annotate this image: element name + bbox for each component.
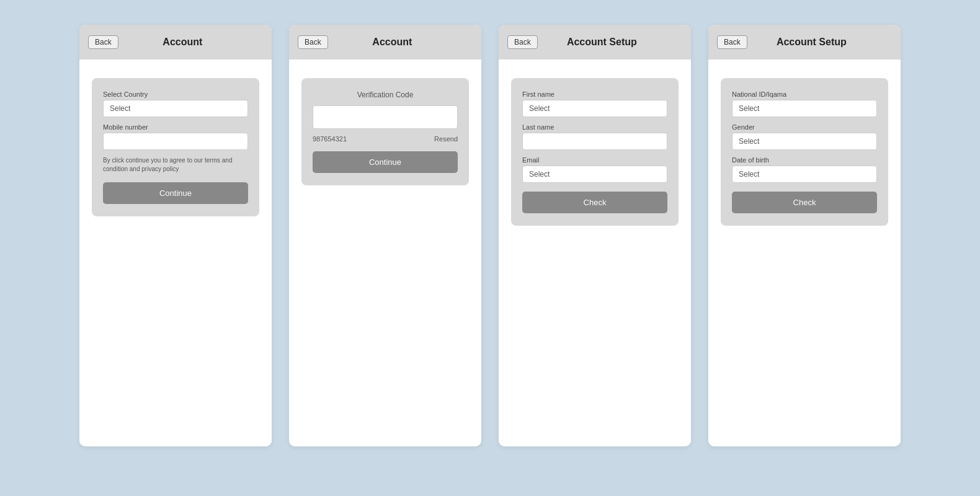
screen-4-title: Account Setup xyxy=(755,37,868,48)
terms-text: By click continue you to agree to our te… xyxy=(103,156,248,174)
screen-4-body: National ID/Iqama Gender Date of birth C… xyxy=(708,60,901,446)
screen-1-form-card: Select Country Mobile number By click co… xyxy=(92,78,259,216)
verification-input[interactable] xyxy=(313,105,458,129)
screen-2-form-card: Verification Code 987654321 Resend Conti… xyxy=(301,78,469,185)
screen-1-body: Select Country Mobile number By click co… xyxy=(79,60,272,446)
verification-area: Verification Code 987654321 Resend xyxy=(313,91,458,143)
lastname-label: Last name xyxy=(522,123,667,131)
gender-field-group: Gender xyxy=(732,123,877,150)
screen-1-title: Account xyxy=(126,37,239,48)
screen-4-check-button[interactable]: Check xyxy=(732,192,877,213)
screen-4-back-button[interactable]: Back xyxy=(717,35,747,49)
screen-2-body: Verification Code 987654321 Resend Conti… xyxy=(289,60,481,446)
dob-label: Date of birth xyxy=(732,156,877,164)
resend-link[interactable]: Resend xyxy=(434,135,458,143)
dob-field-group: Date of birth xyxy=(732,156,877,183)
gender-label: Gender xyxy=(732,123,877,131)
lastname-input[interactable] xyxy=(522,133,667,150)
screen-4-header: Back Account Setup xyxy=(708,25,901,60)
mobile-field-group: Mobile number xyxy=(103,123,248,150)
screen-3-body: First name Last name Email Check xyxy=(499,60,691,446)
main-container: Back Account Select Country Mobile numbe… xyxy=(0,0,980,496)
screen-2: Back Account Verification Code 987654321… xyxy=(289,25,481,446)
country-field-group: Select Country xyxy=(103,91,248,117)
screen-1-continue-button[interactable]: Continue xyxy=(103,182,248,204)
lastname-field-group: Last name xyxy=(522,123,667,150)
screen-4: Back Account Setup National ID/Iqama Gen… xyxy=(708,25,901,446)
national-id-field-group: National ID/Iqama xyxy=(732,91,877,117)
gender-input[interactable] xyxy=(732,133,877,150)
screen-3-title: Account Setup xyxy=(545,37,659,48)
screen-2-title: Account xyxy=(336,37,449,48)
screen-2-back-button[interactable]: Back xyxy=(298,35,328,49)
screen-3: Back Account Setup First name Last name … xyxy=(499,25,691,446)
screen-4-form-card: National ID/Iqama Gender Date of birth C… xyxy=(721,78,888,226)
verification-meta: 987654321 Resend xyxy=(313,135,458,143)
firstname-field-group: First name xyxy=(522,91,667,117)
screen-1-back-button[interactable]: Back xyxy=(88,35,118,49)
country-label: Select Country xyxy=(103,91,248,98)
screen-1: Back Account Select Country Mobile numbe… xyxy=(79,25,272,446)
national-id-label: National ID/Iqama xyxy=(732,91,877,98)
dob-input[interactable] xyxy=(732,166,877,183)
code-hint: 987654321 xyxy=(313,135,347,143)
mobile-label: Mobile number xyxy=(103,123,248,131)
screen-3-back-button[interactable]: Back xyxy=(507,35,538,49)
screen-2-continue-button[interactable]: Continue xyxy=(313,151,458,173)
country-input[interactable] xyxy=(103,100,248,117)
national-id-input[interactable] xyxy=(732,100,877,117)
firstname-label: First name xyxy=(522,91,667,98)
screen-3-form-card: First name Last name Email Check xyxy=(511,78,679,226)
mobile-input[interactable] xyxy=(103,133,248,150)
screen-3-check-button[interactable]: Check xyxy=(522,192,667,213)
screen-1-header: Back Account xyxy=(79,25,272,60)
email-input[interactable] xyxy=(522,166,667,183)
email-label: Email xyxy=(522,156,667,164)
screen-2-header: Back Account xyxy=(289,25,481,60)
email-field-group: Email xyxy=(522,156,667,183)
verification-label: Verification Code xyxy=(357,91,414,99)
screen-3-header: Back Account Setup xyxy=(499,25,691,60)
firstname-input[interactable] xyxy=(522,100,667,117)
